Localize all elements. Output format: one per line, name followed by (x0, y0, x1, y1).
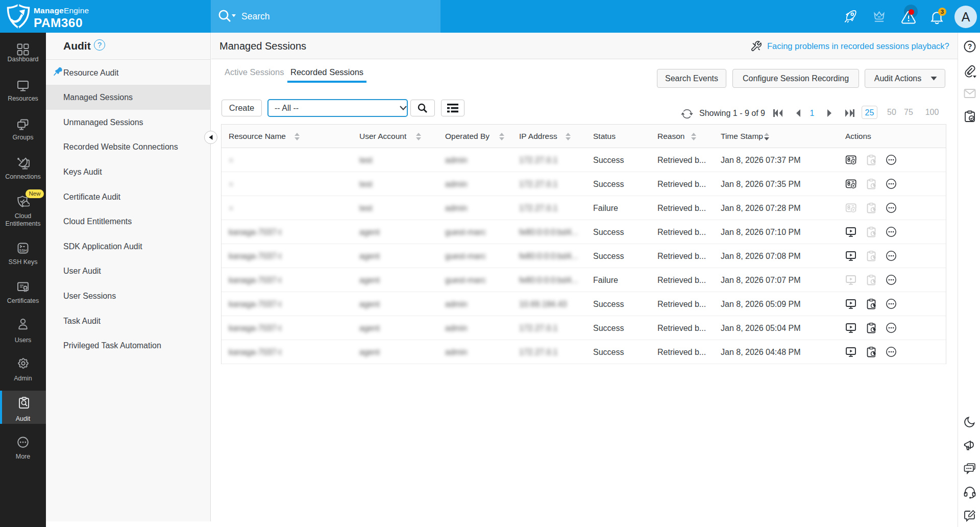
svg-text:SSH: SSH (19, 248, 27, 253)
svg-text:?: ? (968, 42, 972, 51)
